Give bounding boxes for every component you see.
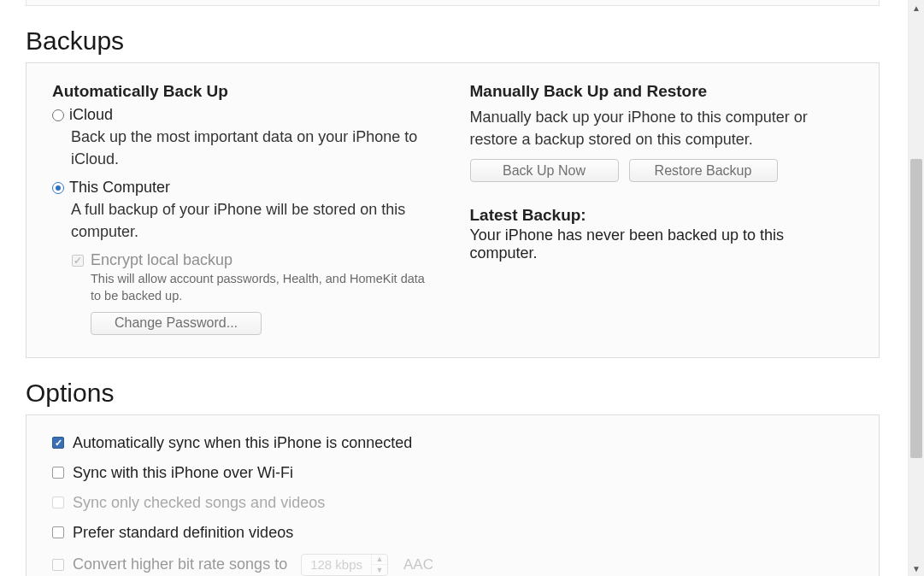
back-up-now-button[interactable]: Back Up Now (470, 159, 619, 182)
option-checked-only: Sync only checked songs and videos (52, 494, 853, 512)
option-auto-sync[interactable]: ✓ Automatically sync when this iPhone is… (52, 434, 853, 452)
change-password-button[interactable]: Change Password... (91, 312, 262, 335)
bitrate-stepper-arrows: ▲ ▼ (371, 555, 387, 575)
latest-backup-heading: Latest Backup: (470, 206, 854, 225)
backups-section-title: Backups (26, 26, 905, 56)
restore-backup-button[interactable]: Restore Backup (629, 159, 778, 182)
option-bitrate-label: Convert higher bit rate songs to (73, 555, 287, 573)
scrollbar-track[interactable] (909, 15, 924, 561)
manual-backup-desc: Manually back up your iPhone to this com… (470, 106, 854, 150)
option-wifi-sync-checkbox (52, 467, 64, 479)
option-checked-only-label: Sync only checked songs and videos (73, 494, 325, 512)
encrypt-desc: This will allow account passwords, Healt… (91, 271, 433, 304)
radio-this-computer-indicator (52, 182, 64, 194)
option-auto-sync-checkbox: ✓ (52, 437, 64, 449)
radio-this-computer-label: This Computer (69, 179, 170, 197)
scrollbar-down-button[interactable]: ▼ (909, 561, 924, 576)
radio-icloud[interactable]: iCloud (52, 106, 436, 124)
option-auto-sync-label: Automatically sync when this iPhone is c… (73, 434, 412, 452)
radio-icloud-label: iCloud (69, 106, 113, 124)
radio-this-computer[interactable]: This Computer (52, 179, 436, 197)
option-bitrate-checkbox (52, 559, 64, 571)
auto-backup-column: Automatically Back Up iCloud Back up the… (52, 82, 436, 335)
encrypt-checkbox-label: Encrypt local backup (91, 251, 232, 269)
radio-icloud-indicator (52, 109, 64, 121)
latest-backup-desc: Your iPhone has never been backed up to … (470, 226, 854, 262)
bitrate-suffix: AAC (403, 556, 433, 573)
manual-backup-heading: Manually Back Up and Restore (470, 82, 854, 101)
previous-panel-edge (26, 0, 880, 6)
option-bitrate[interactable]: Convert higher bit rate songs to 128 kbp… (52, 554, 853, 576)
bitrate-stepper[interactable]: 128 kbps ▲ ▼ (301, 554, 388, 576)
options-panel: ✓ Automatically sync when this iPhone is… (26, 414, 880, 576)
option-sd-videos-label: Prefer standard definition videos (73, 524, 293, 542)
radio-icloud-desc: Back up the most important data on your … (71, 126, 436, 170)
option-wifi-sync[interactable]: Sync with this iPhone over Wi-Fi (52, 464, 853, 482)
content-area: Backups Automatically Back Up iCloud Bac… (0, 0, 905, 576)
scrollbar-up-button[interactable]: ▲ (909, 0, 924, 15)
manual-backup-column: Manually Back Up and Restore Manually ba… (470, 82, 854, 335)
option-wifi-sync-label: Sync with this iPhone over Wi-Fi (73, 464, 293, 482)
bitrate-value: 128 kbps (302, 555, 371, 575)
option-sd-videos[interactable]: Prefer standard definition videos (52, 524, 853, 542)
chevron-up-icon[interactable]: ▲ (372, 555, 387, 565)
scrollbar-thumb[interactable] (910, 159, 922, 458)
options-section-title: Options (26, 379, 905, 408)
option-checked-only-checkbox (52, 497, 64, 508)
vertical-scrollbar[interactable]: ▲ ▼ (908, 0, 924, 576)
encrypt-checkbox-indicator: ✓ (72, 255, 84, 267)
radio-this-computer-desc: A full backup of your iPhone will be sto… (71, 198, 436, 243)
option-sd-videos-checkbox (52, 526, 64, 538)
settings-window: Backups Automatically Back Up iCloud Bac… (0, 0, 924, 576)
encrypt-local-backup-checkbox[interactable]: ✓ Encrypt local backup (72, 251, 436, 269)
backups-panel: Automatically Back Up iCloud Back up the… (26, 62, 880, 358)
chevron-down-icon[interactable]: ▼ (372, 564, 387, 575)
auto-backup-heading: Automatically Back Up (52, 82, 436, 101)
